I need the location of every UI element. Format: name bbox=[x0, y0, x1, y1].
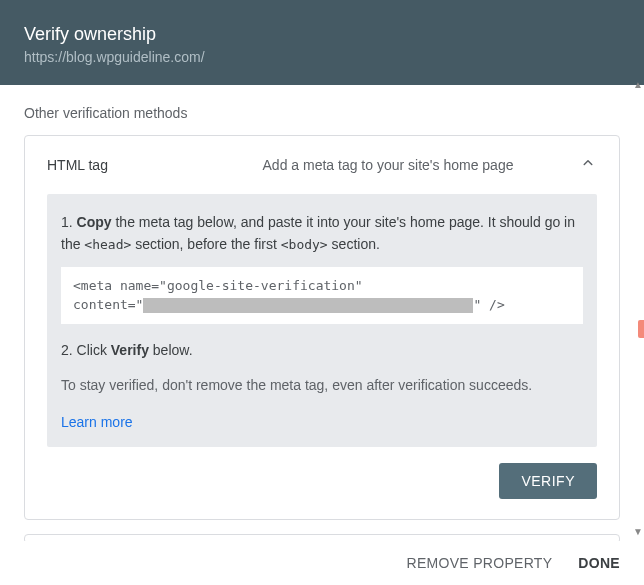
scrollbar[interactable]: ▲ ▼ bbox=[632, 78, 644, 537]
method-header[interactable]: HTML tag Add a meta tag to your site's h… bbox=[47, 154, 597, 176]
learn-more-link[interactable]: Learn more bbox=[61, 414, 133, 430]
dialog-content: Other verification methods HTML tag Add … bbox=[0, 85, 644, 554]
section-label: Other verification methods bbox=[24, 105, 620, 121]
chevron-up-icon bbox=[579, 154, 597, 176]
verification-method-card: HTML tag Add a meta tag to your site's h… bbox=[24, 135, 620, 520]
property-url: https://blog.wpguideline.com/ bbox=[24, 49, 620, 65]
scroll-down-icon[interactable]: ▼ bbox=[632, 525, 644, 537]
method-name: HTML tag bbox=[47, 157, 197, 173]
verify-button[interactable]: VERIFY bbox=[499, 463, 597, 499]
step-2: 2. Click Verify below. bbox=[61, 340, 583, 362]
scroll-up-icon[interactable]: ▲ bbox=[632, 78, 644, 90]
code-line-2: content="" /> bbox=[73, 296, 571, 314]
dialog-footer: REMOVE PROPERTY DONE bbox=[0, 541, 644, 585]
step-1: 1. Copy the meta tag below, and paste it… bbox=[61, 212, 583, 255]
meta-tag-code[interactable]: <meta name="google-site-verification" co… bbox=[61, 267, 583, 323]
redacted-token bbox=[143, 298, 473, 313]
method-description: Add a meta tag to your site's home page bbox=[197, 157, 579, 173]
code-line-1: <meta name="google-site-verification" bbox=[73, 277, 571, 295]
method-instructions-panel: 1. Copy the meta tag below, and paste it… bbox=[47, 194, 597, 447]
verification-note: To stay verified, don't remove the meta … bbox=[61, 375, 583, 396]
done-button[interactable]: DONE bbox=[578, 555, 620, 571]
dialog-header: Verify ownership https://blog.wpguidelin… bbox=[0, 0, 644, 85]
remove-property-button[interactable]: REMOVE PROPERTY bbox=[407, 555, 553, 571]
dialog-title: Verify ownership bbox=[24, 24, 620, 45]
